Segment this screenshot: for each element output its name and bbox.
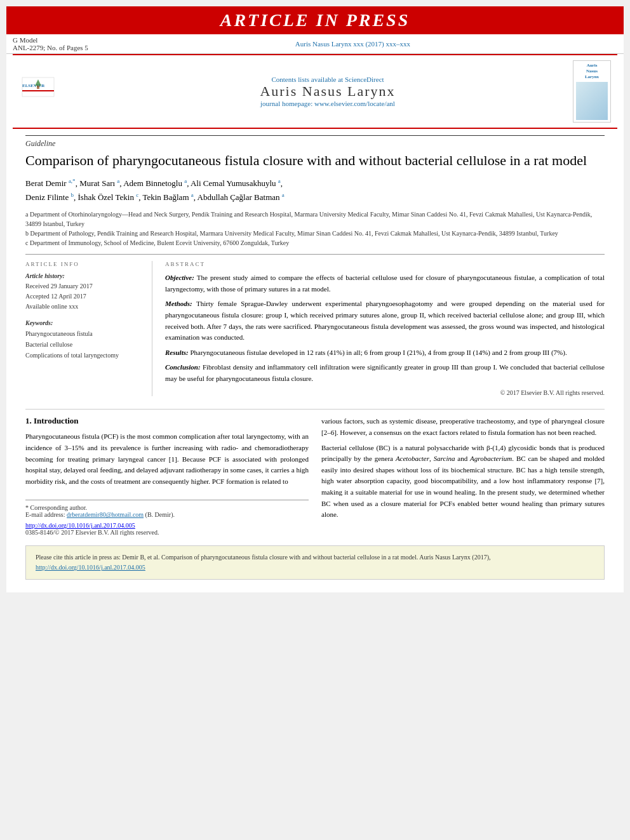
keyword-1: Pharyngocutaneous fistula — [25, 328, 142, 339]
journal-homepage: journal homepage: www.elsevier.com/locat… — [83, 100, 573, 107]
keywords-section: Keywords: Pharyngocutaneous fistula Bact… — [25, 319, 142, 361]
email-link[interactable]: drberatdemir80@hotmail.com — [67, 511, 144, 518]
body-two-col: 1. Introduction Pharyngocutaneous fistul… — [25, 416, 605, 536]
header-meta: G Model ANL-2279; No. of Pages 5 Auris N… — [6, 34, 624, 54]
objective-text: The present study aimed to compare the e… — [165, 274, 605, 293]
history-title: Article history: — [25, 272, 142, 279]
body-right-column: various factors, such as systemic diseas… — [321, 416, 605, 536]
main-content: Guideline Comparison of pharyngocutaneou… — [6, 129, 624, 592]
intro-paragraph-1: Pharyngocutaneous fistula (PCF) is the m… — [25, 431, 309, 487]
abstract-copyright: © 2017 Elsevier B.V. All rights reserved… — [165, 389, 605, 396]
affiliations: a Department of Otorhinolaryngology—Head… — [25, 210, 605, 248]
journal-banner: ELSEVIER Contents lists available at Sci… — [13, 54, 617, 129]
doi-link[interactable]: http://dx.doi.org/10.1016/j.anl.2017.04.… — [25, 522, 135, 529]
footnote-section: * Corresponding author. E-mail address: … — [25, 500, 309, 518]
svg-rect-5 — [37, 86, 39, 89]
author-1: Berat Demir a,*, Murat Sarı a, Adem Binn… — [25, 178, 283, 188]
introduction-text-right: various factors, such as systemic diseas… — [321, 416, 605, 520]
objective-label: Objective: — [165, 274, 194, 281]
conclusion-label: Conclusion: — [165, 363, 201, 371]
results-text: Pharyngocutaneous fistulae developed in … — [190, 349, 566, 356]
conclusion-text: Fibroblast density and inflammatory cell… — [165, 363, 605, 382]
conclusion-paragraph: Conclusion: Fibroblast density and infla… — [165, 362, 605, 384]
citation-box: Please cite this article in press as: De… — [25, 545, 605, 580]
authors-line: Berat Demir a,*, Murat Sarı a, Adem Binn… — [25, 177, 605, 204]
introduction-text-left: Pharyngocutaneous fistula (PCF) is the m… — [25, 431, 309, 487]
journal-name: Auris Nasus Larynx — [83, 83, 573, 100]
affiliation-c: c Department of Immunology, School of Me… — [25, 238, 605, 248]
author-2: Deniz Filinte b, İshak Özel Tekin c, Tek… — [25, 192, 285, 202]
g-model-text: G Model ANL-2279; No. of Pages 5 — [13, 36, 88, 51]
article-title: Comparison of pharyngocutaneous fistula … — [25, 152, 605, 170]
objective-paragraph: Objective: The present study aimed to co… — [165, 272, 605, 295]
doi-line: http://dx.doi.org/10.1016/j.anl.2017.04.… — [25, 522, 309, 529]
contents-link: Contents lists available at ScienceDirec… — [83, 76, 573, 83]
article-info-label: ARTICLE INFO — [25, 261, 142, 267]
available-online: Available online xxx — [25, 302, 142, 312]
article-in-press-text: ARTICLE IN PRESS — [220, 10, 410, 30]
elsevier-svg: ELSEVIER — [19, 74, 76, 106]
doi-copyright: 0385-8146/© 2017 Elsevier B.V. All right… — [25, 529, 309, 536]
article-info-column: ARTICLE INFO Article history: Received 2… — [25, 261, 152, 396]
journal-center: Contents lists available at ScienceDirec… — [83, 76, 573, 107]
introduction-title: 1. Introduction — [25, 416, 309, 426]
article-type-label: Guideline — [25, 135, 605, 149]
keyword-2: Bacterial cellulose — [25, 339, 142, 350]
article-in-press-banner: ARTICLE IN PRESS — [6, 6, 624, 34]
intro-paragraph-3: Bacterial cellulose (BC) is a natural po… — [321, 443, 605, 521]
elsevier-logo: ELSEVIER — [19, 74, 83, 109]
affiliation-a: a Department of Otorhinolaryngology—Head… — [25, 210, 605, 229]
page: ARTICLE IN PRESS G Model ANL-2279; No. o… — [6, 6, 624, 592]
body-section: 1. Introduction Pharyngocutaneous fistul… — [25, 409, 605, 536]
results-paragraph: Results: Pharyngocutaneous fistulae deve… — [165, 347, 605, 359]
affiliation-b: b Department of Pathology, Pendik Traini… — [25, 229, 605, 238]
svg-text:ELSEVIER: ELSEVIER — [22, 83, 45, 88]
citation-doi-link[interactable]: http://dx.doi.org/10.1016/j.anl.2017.04.… — [36, 564, 145, 571]
article-info-abstract: ARTICLE INFO Article history: Received 2… — [25, 254, 605, 396]
methods-paragraph: Methods: Thirty female Sprague-Dawley un… — [165, 298, 605, 343]
journal-url: Auris Nasus Larynx xxx (2017) xxx–xxx — [295, 37, 410, 50]
keywords-title: Keywords: — [25, 319, 142, 326]
citation-text: Please cite this article in press as: De… — [36, 554, 490, 561]
abstract-label: ABSTRACT — [165, 261, 605, 267]
abstract-column: ABSTRACT Objective: The present study ai… — [165, 261, 605, 396]
keyword-3: Complications of total laryngectomy — [25, 350, 142, 361]
svg-rect-3 — [22, 90, 54, 91]
article-history: Article history: Received 29 January 201… — [25, 272, 142, 312]
body-left-column: 1. Introduction Pharyngocutaneous fistul… — [25, 416, 309, 536]
journal-thumb-image — [576, 82, 608, 120]
methods-label: Methods: — [165, 300, 192, 307]
accepted-date: Accepted 12 April 2017 — [25, 291, 142, 302]
abstract-text: Objective: The present study aimed to co… — [165, 272, 605, 384]
email-line: E-mail address: drberatdemir80@hotmail.c… — [25, 511, 309, 518]
results-label: Results: — [165, 349, 189, 356]
corresponding-author: * Corresponding author. — [25, 504, 309, 511]
intro-paragraph-2: various factors, such as systemic diseas… — [321, 416, 605, 438]
received-date: Received 29 January 2017 — [25, 281, 142, 291]
methods-text: Thirty female Sprague-Dawley underwent e… — [165, 300, 605, 341]
journal-thumbnail: AurisNasusLarynx — [573, 60, 611, 123]
